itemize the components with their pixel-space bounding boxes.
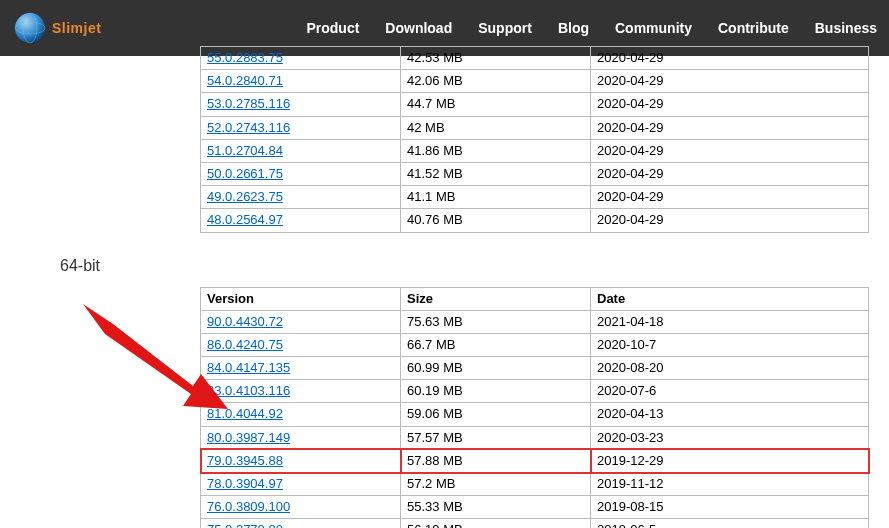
cell-date: 2021-04-18 (591, 310, 869, 333)
table-row: 55.0.2883.7542.53 MB2020-04-29 (201, 47, 869, 70)
cell-size: 60.19 MB (401, 380, 591, 403)
cell-size: 57.57 MB (401, 426, 591, 449)
table-row: 48.0.2564.9740.76 MB2020-04-29 (201, 209, 869, 232)
table-row: 81.0.4044.9259.06 MB2020-04-13 (201, 403, 869, 426)
table-row: 49.0.2623.7541.1 MB2020-04-29 (201, 186, 869, 209)
main-nav: Product Download Support Blog Community … (306, 20, 877, 36)
cell-size: 66.7 MB (401, 333, 591, 356)
col-header-date: Date (591, 287, 869, 310)
version-link[interactable]: 53.0.2785.116 (207, 96, 290, 111)
cell-date: 2019-08-15 (591, 496, 869, 519)
cell-date: 2020-04-29 (591, 162, 869, 185)
cell-size: 57.88 MB (401, 449, 591, 472)
cell-date: 2020-04-29 (591, 70, 869, 93)
cell-size: 57.2 MB (401, 473, 591, 496)
globe-icon (12, 10, 48, 46)
version-link[interactable]: 78.0.3904.97 (207, 476, 283, 491)
cell-size: 41.86 MB (401, 139, 591, 162)
table-row: 75.0.3770.8056.19 MB2019-06-5 (201, 519, 869, 528)
version-link[interactable]: 84.0.4147.135 (207, 360, 290, 375)
cell-date: 2020-03-23 (591, 426, 869, 449)
table-row: 84.0.4147.13560.99 MB2020-08-20 (201, 357, 869, 380)
cell-size: 41.52 MB (401, 162, 591, 185)
table-row: 52.0.2743.11642 MB2020-04-29 (201, 116, 869, 139)
table-row: 79.0.3945.8857.88 MB2019-12-29 (201, 449, 869, 472)
version-link[interactable]: 50.0.2661.75 (207, 166, 283, 181)
table-row: 83.0.4103.11660.19 MB2020-07-6 (201, 380, 869, 403)
nav-business[interactable]: Business (815, 20, 877, 36)
table-row: 90.0.4430.7275.63 MB2021-04-18 (201, 310, 869, 333)
version-link[interactable]: 48.0.2564.97 (207, 212, 283, 227)
col-header-version: Version (201, 287, 401, 310)
version-link[interactable]: 86.0.4240.75 (207, 337, 283, 352)
cell-size: 42 MB (401, 116, 591, 139)
table-row: 80.0.3987.14957.57 MB2020-03-23 (201, 426, 869, 449)
cell-date: 2020-04-13 (591, 403, 869, 426)
version-link[interactable]: 76.0.3809.100 (207, 499, 290, 514)
version-link[interactable]: 81.0.4044.92 (207, 406, 283, 421)
cell-date: 2020-04-29 (591, 47, 869, 70)
cell-size: 75.63 MB (401, 310, 591, 333)
cell-date: 2020-04-29 (591, 186, 869, 209)
version-link[interactable]: 80.0.3987.149 (207, 430, 290, 445)
cell-size: 41.1 MB (401, 186, 591, 209)
version-link[interactable]: 49.0.2623.75 (207, 189, 283, 204)
version-link[interactable]: 75.0.3770.80 (207, 522, 283, 528)
cell-date: 2020-07-6 (591, 380, 869, 403)
table-row: 53.0.2785.11644.7 MB2020-04-29 (201, 93, 869, 116)
nav-support[interactable]: Support (478, 20, 532, 36)
cell-date: 2020-04-29 (591, 116, 869, 139)
nav-contribute[interactable]: Contribute (718, 20, 789, 36)
cell-date: 2019-06-5 (591, 519, 869, 528)
version-link[interactable]: 55.0.2883.75 (207, 50, 283, 65)
downloads-table-64bit: Version Size Date 90.0.4430.7275.63 MB20… (200, 287, 869, 529)
nav-blog[interactable]: Blog (558, 20, 589, 36)
cell-size: 42.06 MB (401, 70, 591, 93)
cell-size: 40.76 MB (401, 209, 591, 232)
table-row: 51.0.2704.8441.86 MB2020-04-29 (201, 139, 869, 162)
col-header-size: Size (401, 287, 591, 310)
version-link[interactable]: 90.0.4430.72 (207, 314, 283, 329)
nav-product[interactable]: Product (306, 20, 359, 36)
version-link[interactable]: 54.0.2840.71 (207, 73, 283, 88)
svg-point-0 (15, 13, 45, 43)
cell-date: 2020-04-29 (591, 139, 869, 162)
cell-date: 2020-08-20 (591, 357, 869, 380)
version-link[interactable]: 83.0.4103.116 (207, 383, 290, 398)
cell-size: 42.53 MB (401, 47, 591, 70)
nav-community[interactable]: Community (615, 20, 692, 36)
version-link[interactable]: 79.0.3945.88 (207, 453, 283, 468)
cell-size: 60.99 MB (401, 357, 591, 380)
table-row: 76.0.3809.10055.33 MB2019-08-15 (201, 496, 869, 519)
cell-size: 56.19 MB (401, 519, 591, 528)
brand-name: Slimjet (52, 20, 101, 36)
page-content: 55.0.2883.7542.53 MB2020-04-2954.0.2840.… (0, 56, 889, 528)
cell-date: 2020-10-7 (591, 333, 869, 356)
table-row: 78.0.3904.9757.2 MB2019-11-12 (201, 473, 869, 496)
downloads-table-32bit: 55.0.2883.7542.53 MB2020-04-2954.0.2840.… (200, 46, 869, 233)
cell-date: 2019-12-29 (591, 449, 869, 472)
table-row: 50.0.2661.7541.52 MB2020-04-29 (201, 162, 869, 185)
version-link[interactable]: 51.0.2704.84 (207, 143, 283, 158)
version-link[interactable]: 52.0.2743.116 (207, 120, 290, 135)
cell-size: 59.06 MB (401, 403, 591, 426)
cell-date: 2020-04-29 (591, 209, 869, 232)
cell-size: 44.7 MB (401, 93, 591, 116)
cell-size: 55.33 MB (401, 496, 591, 519)
nav-download[interactable]: Download (385, 20, 452, 36)
table-row: 54.0.2840.7142.06 MB2020-04-29 (201, 70, 869, 93)
site-logo[interactable]: Slimjet (12, 10, 101, 46)
table-row: 86.0.4240.7566.7 MB2020-10-7 (201, 333, 869, 356)
cell-date: 2019-11-12 (591, 473, 869, 496)
section-heading-64bit: 64-bit (60, 257, 889, 275)
cell-date: 2020-04-29 (591, 93, 869, 116)
table-header-row: Version Size Date (201, 287, 869, 310)
